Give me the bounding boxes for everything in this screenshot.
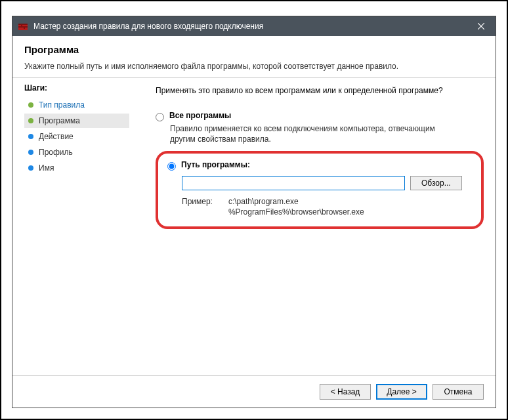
content-area: Применять это правило ко всем программам… [136, 83, 496, 375]
radio-all-desc: Правило применяется ко всем подключениям… [170, 124, 459, 144]
radio-path-label: Путь программы: [181, 160, 250, 169]
outer-frame: Мастер создания правила для нового входя… [0, 0, 508, 420]
step-action[interactable]: Действие [24, 129, 129, 144]
svg-rect-2 [18, 26, 28, 28]
step-profile[interactable]: Профиль [24, 145, 129, 159]
svg-rect-4 [24, 26, 25, 29]
bullet-icon [28, 118, 33, 123]
example-row: Пример: c:\path\program.exe %ProgramFile… [182, 197, 472, 217]
steps-sidebar: Шаги: Тип правила Программа Действие Про… [12, 83, 136, 375]
example-label: Пример: [182, 197, 213, 217]
titlebar: Мастер создания правила для нового входя… [12, 16, 496, 36]
step-label: Профиль [39, 148, 73, 157]
question-text: Применять это правило ко всем программам… [156, 86, 484, 95]
page-title: Программа [24, 44, 484, 55]
close-button[interactable] [466, 16, 496, 36]
program-path-input[interactable] [182, 176, 405, 190]
step-rule-type[interactable]: Тип правила [24, 98, 129, 112]
firewall-icon [18, 21, 28, 32]
radio-all-label: Все программы [169, 111, 231, 120]
step-label: Имя [39, 163, 54, 173]
option-all-programs[interactable]: Все программы [156, 111, 484, 121]
path-row: Обзор... [182, 176, 472, 190]
radio-all-programs[interactable] [156, 113, 164, 121]
step-program[interactable]: Программа [24, 114, 129, 128]
bullet-icon [28, 102, 33, 108]
svg-rect-3 [21, 24, 22, 26]
body-area: Шаги: Тип правила Программа Действие Про… [12, 78, 496, 375]
bullet-icon [28, 150, 33, 155]
footer-buttons: < Назад Далее > Отмена [12, 375, 496, 408]
page-subtitle: Укажите полный путь и имя исполняемого ф… [24, 62, 484, 71]
wizard-window: Мастер создания правила для нового входя… [12, 16, 496, 408]
browse-button[interactable]: Обзор... [410, 176, 462, 190]
bullet-icon [28, 134, 33, 139]
radio-program-path[interactable] [167, 162, 176, 171]
step-label: Действие [39, 132, 74, 141]
steps-heading: Шаги: [24, 83, 129, 93]
bullet-icon [28, 165, 33, 171]
step-name[interactable]: Имя [24, 161, 129, 175]
svg-rect-1 [18, 24, 28, 25]
next-button[interactable]: Далее > [376, 384, 427, 400]
highlight-box: Путь программы: Обзор... Пример: c:\path… [156, 151, 484, 229]
back-button[interactable]: < Назад [320, 384, 371, 400]
cancel-button[interactable]: Отмена [433, 384, 484, 400]
window-title: Мастер создания правила для нового входя… [33, 22, 466, 31]
step-label: Программа [39, 116, 80, 125]
option-program-path[interactable]: Путь программы: [167, 160, 472, 171]
header-area: Программа Укажите полный путь и имя испо… [12, 36, 496, 77]
example-text: c:\path\program.exe %ProgramFiles%\brows… [228, 197, 364, 217]
step-label: Тип правила [39, 100, 85, 110]
